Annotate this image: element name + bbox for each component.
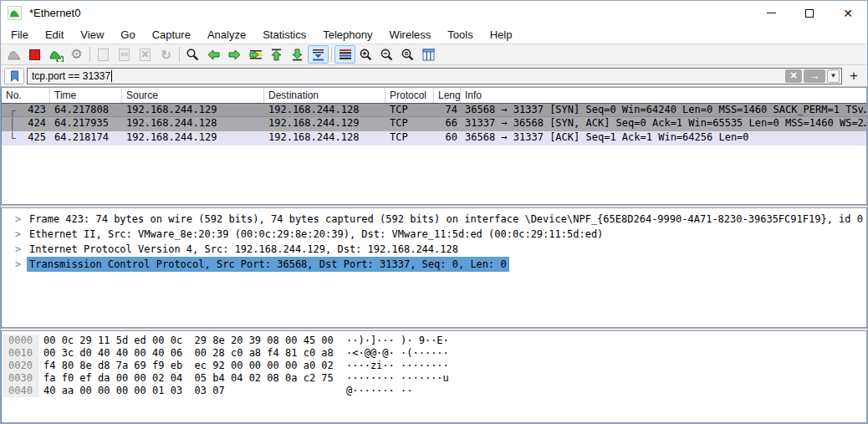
details-text: Internet Protocol Version 4, Src: 192.16…	[29, 242, 458, 257]
packet-protocol: TCP	[385, 117, 434, 131]
close-button[interactable]: ✕	[829, 1, 867, 25]
filter-text: tcp.port == 31337	[32, 70, 110, 82]
menu-bar: FileEditViewGoCaptureAnalyzeStatisticsTe…	[1, 25, 867, 43]
menu-wireless[interactable]: Wireless	[380, 25, 439, 43]
go-last-icon[interactable]	[287, 45, 308, 64]
column-header-destination[interactable]: Destination	[264, 88, 385, 103]
wireshark-logo-icon	[8, 6, 22, 20]
column-header-time[interactable]: Time	[50, 88, 122, 103]
window-controls: ✕	[752, 1, 867, 25]
maximize-button[interactable]	[790, 1, 829, 25]
column-header-protocol[interactable]: Protocol	[385, 88, 434, 103]
column-header-source[interactable]: Source	[122, 88, 264, 103]
stop-capture-icon[interactable]	[24, 45, 45, 64]
main-toolbar: ⚙ 010 ✕ ↻	[1, 43, 867, 65]
go-forward-icon[interactable]	[224, 45, 245, 64]
hex-bytes: f4 80 8e d8 7a 69 f9 eb ec 92 00 00 00 0…	[43, 360, 334, 372]
hex-ascii: ····zi·· ········	[346, 360, 449, 372]
menu-help[interactable]: Help	[482, 25, 521, 43]
menu-analyze[interactable]: Analyze	[199, 25, 254, 43]
toolbar-separator	[179, 47, 180, 62]
packet-no: 425└	[2, 131, 50, 146]
details-line[interactable]: >Ethernet II, Src: VMware_8e:20:39 (00:0…	[2, 227, 866, 242]
go-first-icon[interactable]	[266, 45, 287, 64]
menu-view[interactable]: View	[72, 25, 112, 43]
title-bar: *Ethernet0 ✕	[1, 1, 867, 25]
hex-offset: 0030	[3, 372, 39, 385]
display-filter-input[interactable]: tcp.port == 31337 ✕ → ▼	[27, 68, 842, 84]
packet-destination: 192.168.244.129	[264, 117, 385, 131]
hex-row[interactable]: 004040 aa 00 00 00 00 01 03 03 07@······…	[2, 385, 866, 397]
hex-ascii: ··)·]··· )· 9··E·	[346, 335, 449, 347]
hex-bytes: 40 aa 00 00 00 00 01 03 03 07	[43, 385, 225, 397]
column-header-length[interactable]: Length	[434, 88, 461, 103]
capture-options-icon[interactable]: ⚙	[66, 45, 87, 64]
zoom-reset-icon[interactable]	[397, 45, 418, 64]
menu-capture[interactable]: Capture	[144, 25, 199, 43]
menu-statistics[interactable]: Statistics	[254, 25, 314, 43]
hex-bytes: 00 3c d0 40 40 00 40 06 00 28 c0 a8 f4 8…	[43, 347, 334, 360]
menu-go[interactable]: Go	[112, 25, 143, 43]
hex-ascii: @······· ··	[346, 385, 412, 397]
add-filter-button[interactable]: +	[845, 67, 862, 85]
hex-offset: 0010	[3, 347, 39, 360]
window-title: *Ethernet0	[29, 7, 80, 19]
hex-offset: 0040	[3, 385, 39, 397]
packet-no: 424│	[2, 117, 50, 131]
hex-row[interactable]: 001000 3c d0 40 40 00 40 06 00 28 c0 a8 …	[2, 347, 866, 360]
packet-row-423[interactable]: 423┌64.217808192.168.244.129192.168.244.…	[2, 103, 866, 117]
menu-tools[interactable]: Tools	[439, 25, 481, 43]
find-packet-icon[interactable]	[182, 45, 203, 64]
menu-telephony[interactable]: Telephony	[314, 25, 380, 43]
hex-bytes: 00 0c 29 11 5d ed 00 0c 29 8e 20 39 08 0…	[43, 335, 334, 347]
menu-edit[interactable]: Edit	[37, 25, 72, 43]
packet-row-425[interactable]: 425└64.218174192.168.244.129192.168.244.…	[2, 131, 866, 146]
conversation-bracket-icon: ┌	[9, 104, 16, 116]
hex-bytes: fa f0 ef da 00 00 02 04 05 b4 04 02 08 0…	[43, 372, 334, 385]
filter-dropdown-button[interactable]: ▼	[827, 69, 840, 83]
details-line[interactable]: >Transmission Control Protocol, Src Port…	[2, 257, 866, 272]
resize-columns-icon[interactable]	[418, 45, 439, 64]
column-header-no[interactable]: No.	[2, 88, 50, 103]
packet-no: 423┌	[2, 104, 50, 116]
conversation-bracket-icon: └	[9, 131, 16, 146]
reload-icon: ↻	[156, 45, 176, 64]
packet-time: 64.218174	[50, 131, 122, 146]
minimize-button[interactable]	[752, 1, 790, 25]
zoom-in-icon[interactable]	[355, 45, 376, 64]
details-text: Ethernet II, Src: VMware_8e:20:39 (00:0c…	[29, 227, 603, 242]
hex-row[interactable]: 000000 0c 29 11 5d ed 00 0c 29 8e 20 39 …	[2, 335, 866, 347]
save-file-icon: 010	[114, 45, 135, 64]
conversation-bracket-icon: │	[9, 117, 16, 131]
go-back-icon[interactable]	[203, 45, 224, 64]
packet-info: 31337 → 36568 [SYN, ACK] Seq=0 Ack=1 Win…	[461, 117, 866, 131]
hex-row[interactable]: 0030fa f0 ef da 00 00 02 04 05 b4 04 02 …	[2, 372, 866, 385]
packet-info: 36568 → 31337 [SYN] Seq=0 Win=64240 Len=…	[461, 104, 866, 116]
packet-details-pane: >Frame 423: 74 bytes on wire (592 bits),…	[1, 207, 867, 328]
packet-time: 64.217935	[50, 117, 122, 131]
expand-chevron-icon[interactable]: >	[15, 257, 21, 272]
hex-row[interactable]: 0020f4 80 8e d8 7a 69 f9 eb ec 92 00 00 …	[2, 360, 866, 372]
column-header-info[interactable]: Info	[461, 88, 866, 103]
clear-filter-button[interactable]: ✕	[785, 69, 802, 83]
menu-file[interactable]: File	[3, 25, 37, 43]
expand-chevron-icon[interactable]: >	[15, 227, 21, 242]
packet-list-header: No.TimeSourceDestinationProtocolLengthIn…	[2, 88, 866, 103]
packet-row-424[interactable]: 424│64.217935192.168.244.128192.168.244.…	[2, 117, 866, 131]
close-file-icon: ✕	[135, 45, 156, 64]
filter-bookmark-button[interactable]	[4, 68, 24, 84]
details-line[interactable]: >Internet Protocol Version 4, Src: 192.1…	[2, 242, 866, 257]
toolbar-separator	[89, 47, 90, 62]
colorize-icon[interactable]	[334, 45, 355, 64]
bookmark-icon	[10, 70, 19, 82]
packet-time: 64.217808	[50, 104, 122, 116]
go-to-packet-icon[interactable]	[245, 45, 266, 64]
details-line[interactable]: >Frame 423: 74 bytes on wire (592 bits),…	[2, 212, 866, 227]
expand-chevron-icon[interactable]: >	[15, 242, 21, 257]
start-capture-icon	[3, 45, 24, 64]
zoom-out-icon[interactable]	[376, 45, 397, 64]
auto-scroll-icon[interactable]	[308, 45, 329, 64]
expand-chevron-icon[interactable]: >	[15, 212, 21, 227]
apply-filter-button[interactable]: →	[804, 69, 825, 83]
restart-capture-icon[interactable]	[45, 45, 66, 64]
